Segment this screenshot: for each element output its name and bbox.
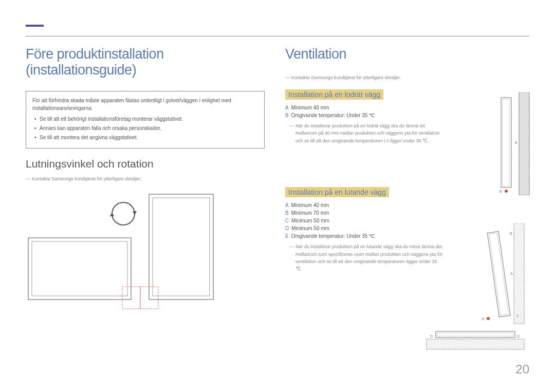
vertical-wall-diagram: wall A B [483, 92, 534, 197]
spec-label: E [285, 233, 289, 239]
svg-rect-24 [437, 333, 513, 336]
svg-rect-22 [427, 339, 524, 349]
svg-rect-14 [514, 223, 524, 324]
svg-point-13 [505, 190, 508, 193]
svg-rect-4 [153, 198, 210, 296]
svg-rect-12 [503, 99, 510, 186]
spec-label: A [285, 105, 289, 110]
page-number: 20 [515, 362, 529, 377]
subheading-vertical-wall: Installation på en lodrät vägg [285, 89, 383, 100]
spec-label: B [285, 210, 289, 216]
spec-text: Minimum 50 mm [291, 226, 329, 231]
svg-text:B: B [510, 232, 512, 235]
svg-rect-3 [149, 194, 213, 300]
slanted-wall-diagram: B A C E D D [416, 223, 534, 359]
svg-point-20 [487, 317, 490, 320]
left-column: Före produktinstallation (installationsg… [26, 46, 265, 317]
warning-item: Se till att ett behörigt installationsfö… [32, 115, 258, 123]
svg-text:D: D [430, 334, 433, 338]
spec-label: B [285, 113, 289, 118]
warning-box: För att förhindra skada måste apparaten … [26, 91, 265, 148]
label-b: B [499, 190, 502, 193]
subheading-slanted-wall: Installation på en lutande vägg [285, 187, 389, 197]
spec-text: Minimum 40 mm [291, 202, 329, 208]
right-column: Ventilation Kontakta Samsungs kundtjänst… [285, 46, 529, 317]
header-accent [26, 25, 44, 27]
main-heading-right: Ventilation [285, 46, 529, 62]
label-a: A [515, 141, 517, 144]
note-vertical: När du installerar produkten på en lodrä… [285, 122, 445, 144]
footnote-right: Kontakta Samsungs kundtjänst för ytterli… [285, 75, 529, 80]
spec-label: A [285, 202, 289, 208]
subheading-rotation: Lutningsvinkel och rotation [26, 158, 265, 170]
svg-rect-23 [436, 331, 515, 338]
svg-rect-0 [28, 238, 131, 300]
spec-text: Minimum 70 mm [291, 210, 329, 216]
spec-text: Omgivande temperatur: Under 35 ℃ [291, 113, 375, 118]
main-heading-left: Före produktinstallation (installationsg… [26, 46, 265, 78]
rotation-diagram [26, 192, 265, 317]
spec-text: Omgivande temperatur: Under 35 ℃ [291, 233, 375, 239]
spec-text: Minimum 50 mm [291, 218, 329, 223]
spec-label: C [285, 218, 289, 223]
footnote-left: Kontakta Samsungs kundtjänst för ytterli… [26, 176, 265, 181]
header-rule [26, 36, 529, 36]
svg-rect-16 [489, 233, 509, 315]
svg-marker-7 [110, 212, 114, 216]
spec-label: D [285, 226, 289, 231]
svg-text:D: D [517, 334, 520, 338]
svg-text:A: A [510, 272, 513, 275]
warning-item: Se till att montera det angivna väggstat… [32, 134, 258, 141]
svg-rect-1 [32, 241, 127, 296]
spec-text: Minimum 40 mm [291, 105, 329, 110]
svg-marker-8 [133, 211, 137, 215]
warning-item: Annars kan apparaten falla och orsaka pe… [32, 124, 258, 132]
warning-text: För att förhindra skada måste apparaten … [32, 97, 258, 112]
svg-rect-10 [519, 92, 529, 195]
svg-point-6 [112, 202, 135, 225]
svg-text:E: E [482, 317, 485, 321]
svg-text:C: C [516, 314, 519, 318]
